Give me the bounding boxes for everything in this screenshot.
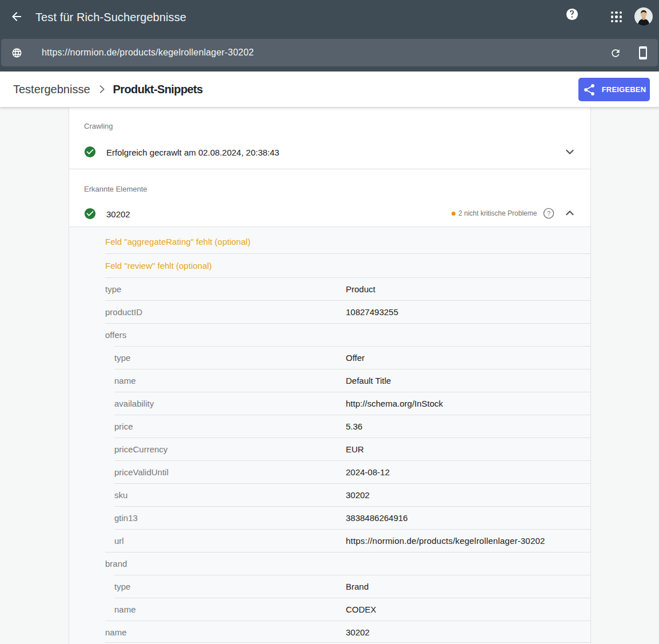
svg-text:?: ? [547, 210, 550, 217]
